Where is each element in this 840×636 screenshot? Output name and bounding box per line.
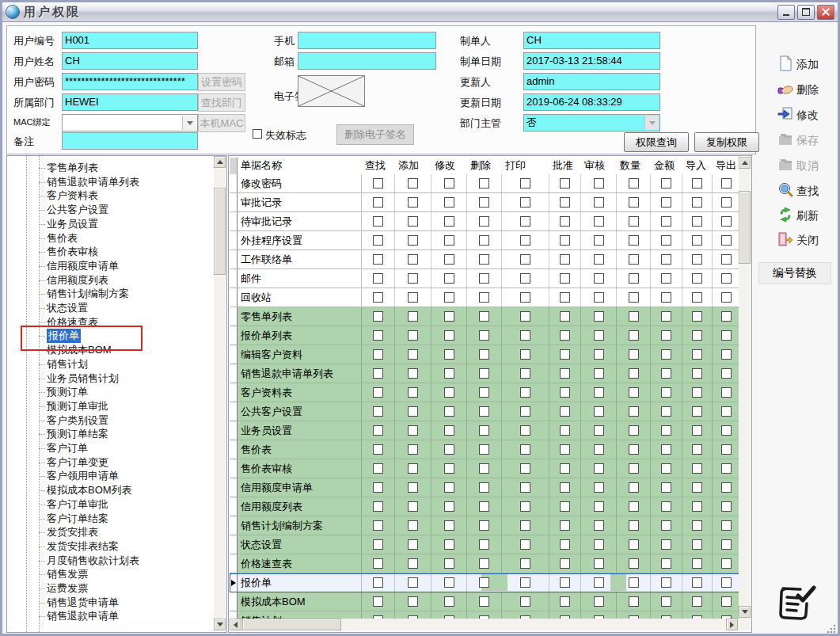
table-row[interactable]: 业务员设置 bbox=[230, 421, 741, 440]
maximize-button[interactable] bbox=[797, 5, 815, 20]
permission-checkbox[interactable] bbox=[661, 558, 671, 569]
column-header[interactable]: 修改 bbox=[431, 158, 467, 174]
permission-checkbox[interactable] bbox=[661, 444, 671, 455]
permission-checkbox[interactable] bbox=[560, 463, 570, 474]
table-row[interactable]: 价格速查表 bbox=[230, 554, 741, 573]
permission-checkbox[interactable] bbox=[444, 596, 454, 607]
tree-item[interactable]: 模拟成本BOM bbox=[7, 343, 201, 357]
permission-checkbox[interactable] bbox=[629, 406, 639, 417]
tree-item[interactable]: 销售计划编制方案 bbox=[7, 287, 201, 301]
table-row[interactable]: 邮件 bbox=[230, 269, 741, 288]
permission-checkbox[interactable] bbox=[560, 368, 570, 379]
permission-checkbox[interactable] bbox=[629, 520, 639, 531]
permission-checkbox[interactable] bbox=[692, 311, 702, 322]
table-row-selected[interactable]: 报价单 bbox=[230, 573, 741, 592]
permission-checkbox[interactable] bbox=[479, 254, 489, 265]
tree-item[interactable]: 价格速查表 bbox=[7, 315, 201, 329]
permission-checkbox[interactable] bbox=[692, 197, 702, 208]
permission-checkbox[interactable] bbox=[444, 425, 454, 436]
permission-checkbox[interactable] bbox=[373, 577, 383, 588]
permission-checkbox[interactable] bbox=[479, 444, 489, 455]
table-scroll-left-button[interactable] bbox=[230, 619, 241, 630]
toolbar-button-search[interactable]: 查找 bbox=[777, 183, 819, 200]
permission-checkbox[interactable] bbox=[661, 482, 671, 493]
permission-checkbox[interactable] bbox=[373, 444, 383, 455]
permission-checkbox[interactable] bbox=[661, 235, 671, 246]
permission-checkbox[interactable] bbox=[594, 520, 604, 531]
column-header[interactable]: 打印 bbox=[502, 158, 549, 174]
tree-item[interactable]: 客户资料表 bbox=[7, 189, 201, 203]
permission-checkbox[interactable] bbox=[560, 501, 570, 512]
table-scroll-right-button[interactable] bbox=[726, 619, 738, 630]
remark-field[interactable] bbox=[62, 132, 198, 150]
table-row[interactable]: 信用额度申请单 bbox=[230, 478, 741, 497]
permission-checkbox[interactable] bbox=[721, 216, 732, 227]
permission-checkbox[interactable] bbox=[479, 216, 489, 227]
permission-checkbox[interactable] bbox=[692, 520, 702, 531]
permission-checkbox[interactable] bbox=[479, 520, 489, 531]
permission-checkbox[interactable] bbox=[594, 273, 604, 284]
permission-checkbox[interactable] bbox=[661, 197, 671, 208]
permission-checkbox[interactable] bbox=[479, 425, 489, 436]
permission-checkbox[interactable] bbox=[661, 387, 671, 398]
permission-checkbox[interactable] bbox=[594, 330, 604, 341]
permission-checkbox[interactable] bbox=[444, 330, 454, 341]
permission-checkbox[interactable] bbox=[479, 539, 489, 550]
permission-checkbox[interactable] bbox=[661, 292, 671, 303]
permission-checkbox[interactable] bbox=[721, 425, 732, 436]
permission-checkbox[interactable] bbox=[594, 311, 604, 322]
tree-scroll-up-button[interactable] bbox=[214, 156, 226, 168]
column-header[interactable]: 审核 bbox=[581, 158, 617, 174]
column-header[interactable]: 添加 bbox=[395, 158, 431, 174]
permission-checkbox[interactable] bbox=[444, 387, 454, 398]
permission-checkbox[interactable] bbox=[560, 596, 570, 607]
permission-checkbox[interactable] bbox=[408, 216, 418, 227]
permission-checkbox[interactable] bbox=[692, 387, 702, 398]
table-row[interactable]: 客户资料表 bbox=[230, 383, 741, 402]
permission-checkbox[interactable] bbox=[629, 615, 639, 619]
permission-checkbox[interactable] bbox=[594, 539, 604, 550]
permission-checkbox[interactable] bbox=[520, 235, 530, 246]
permission-checkbox[interactable] bbox=[479, 501, 489, 512]
tree-item[interactable]: 客户订单结案 bbox=[7, 512, 201, 526]
permission-checkbox[interactable] bbox=[408, 368, 418, 379]
permission-checkbox[interactable] bbox=[560, 520, 570, 531]
table-row[interactable]: 销售计划编制方案 bbox=[230, 516, 741, 535]
permission-checkbox[interactable] bbox=[721, 387, 732, 398]
permission-checkbox[interactable] bbox=[408, 349, 418, 360]
permission-checkbox[interactable] bbox=[520, 178, 530, 189]
tree-item[interactable]: 发货安排表 bbox=[7, 525, 201, 539]
permission-checkbox[interactable] bbox=[373, 425, 383, 436]
tree-item[interactable]: 运费发票 bbox=[7, 581, 201, 596]
permission-checkbox[interactable] bbox=[629, 197, 639, 208]
toolbar-button-delete-hand[interactable]: 删除 bbox=[777, 82, 819, 99]
permission-checkbox[interactable] bbox=[692, 596, 702, 607]
updater-field[interactable]: admin bbox=[523, 73, 660, 90]
column-header[interactable]: 数量 bbox=[617, 158, 651, 174]
toolbar-button-modify-arrow[interactable]: 修改 bbox=[777, 107, 819, 124]
column-header[interactable]: 导出 bbox=[713, 158, 740, 174]
tree-item[interactable]: 销售计划 bbox=[7, 357, 201, 371]
permission-checkbox[interactable] bbox=[408, 615, 418, 619]
toolbar-button-refresh[interactable]: 刷新 bbox=[777, 208, 819, 225]
delete-esignature-button[interactable]: 删除电子签名 bbox=[336, 124, 414, 145]
tree-item[interactable]: 状态设置 bbox=[7, 301, 201, 315]
permission-checkbox[interactable] bbox=[721, 463, 732, 474]
permission-checkbox[interactable] bbox=[661, 254, 671, 265]
permission-checkbox[interactable] bbox=[520, 539, 530, 550]
permission-checkbox[interactable] bbox=[373, 216, 383, 227]
permission-checkbox[interactable] bbox=[444, 558, 454, 569]
email-field[interactable] bbox=[298, 52, 436, 70]
permission-checkbox[interactable] bbox=[560, 197, 570, 208]
permission-checkbox[interactable] bbox=[479, 387, 489, 398]
permission-checkbox[interactable] bbox=[479, 292, 489, 303]
column-header[interactable]: 查找 bbox=[362, 158, 395, 174]
permission-checkbox[interactable] bbox=[560, 235, 570, 246]
table-row[interactable]: 信用额度列表 bbox=[230, 497, 741, 516]
permission-checkbox[interactable] bbox=[692, 425, 702, 436]
column-header[interactable]: 金额 bbox=[651, 158, 682, 174]
user-password-field[interactable]: ****************************** bbox=[62, 73, 198, 90]
permission-checkbox[interactable] bbox=[629, 368, 639, 379]
permission-checkbox[interactable] bbox=[444, 349, 454, 360]
local-mac-button[interactable]: 本机MAC bbox=[198, 114, 245, 132]
